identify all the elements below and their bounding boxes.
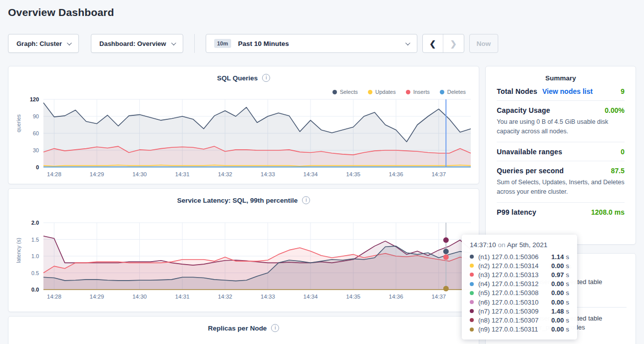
tooltip-node-value: 1.14 [551,253,564,261]
sql-queries-chart[interactable]: 030609012014:2814:2914:3014:3114:3214:33… [12,96,477,180]
svg-text:14:33: 14:33 [261,171,275,177]
legend-dot-icon [440,90,444,94]
summary-row-total-nodes: Total Nodes View nodes list 9 [497,82,625,100]
p99-latency-label: P99 latency [497,208,536,216]
legend-item-updates[interactable]: Updates [368,89,396,95]
tooltip-node-unit: s [566,326,570,333]
tooltip-node-value: 0.00 [551,326,564,333]
tooltip-node-unit: s [566,317,570,324]
node-color-dot-icon [470,309,474,313]
tooltip-node-label: (n8) 127.0.0.1:50307 [478,317,551,324]
view-nodes-list-link[interactable]: View nodes list [542,87,593,95]
chevron-down-icon [405,40,410,45]
now-button[interactable]: Now [469,34,498,53]
tooltip-node-unit: s [566,308,570,315]
time-range-label: Past 10 Minutes [238,40,405,47]
time-forward-button[interactable]: ❯ [443,34,464,52]
info-icon[interactable]: i [262,74,270,82]
svg-text:14:35: 14:35 [346,294,360,300]
svg-text:14:32: 14:32 [218,171,232,177]
tooltip-node-value: 0.97 [551,271,564,279]
legend-dot-icon [406,90,410,94]
graph-scope-label: Graph: Cluster [16,40,62,47]
tooltip-node-label: (n1) 127.0.0.1:50306 [478,253,551,261]
chevron-down-icon [67,40,72,45]
summary-title: Summary [497,74,625,82]
node-color-dot-icon [470,328,474,332]
graph-scope-dropdown[interactable]: Graph: Cluster [8,34,79,53]
unavailable-ranges-label: Unavailable ranges [497,148,562,156]
tooltip-node-unit: s [566,262,570,270]
node-color-dot-icon [470,318,474,322]
summary-row-p99: P99 latency 1208.0 ms [497,202,625,221]
qps-value: 87.5 [611,167,625,175]
tooltip-node-unit: s [566,271,570,279]
svg-text:14:34: 14:34 [304,294,318,300]
sql-queries-legend: SelectsUpdatesInsertsDeletes [332,89,466,95]
latency-chart[interactable]: 0.00.51.01.52.014:2814:2914:3014:3114:32… [12,220,477,303]
capacity-value: 0.00% [605,106,625,114]
node-color-dot-icon [470,282,474,286]
svg-text:30: 30 [33,147,39,153]
tooltip-node-value: 1.48 [551,308,564,315]
svg-text:14:33: 14:33 [261,294,275,300]
time-back-button[interactable]: ❮ [423,34,443,52]
svg-text:14:36: 14:36 [389,171,403,177]
svg-text:1.5: 1.5 [31,237,39,243]
p99-latency-value: 1208.0 ms [591,208,625,216]
sql-queries-panel: SQL Queries i SelectsUpdatesInsertsDelet… [8,66,479,184]
svg-text:14:30: 14:30 [132,171,147,177]
total-nodes-value: 9 [621,87,625,95]
legend-label: Deletes [447,89,466,95]
qps-label: Queries per second [497,167,564,175]
replicas-panel: Replicas per Node i [8,316,479,344]
tooltip-node-row: (n3) 127.0.0.1:503130.97s [470,270,569,279]
qps-desc: Sum of Selects, Updates, Inserts, and De… [497,178,625,197]
summary-row-qps: Queries per second 87.5 Sum of Selects, … [497,161,625,202]
chart-hover-tooltip: 14:37:10 on Apr 5th, 2021 (n1) 127.0.0.1… [462,235,577,340]
info-icon[interactable]: i [302,196,310,204]
capacity-label: Capacity Usage [497,106,550,114]
tooltip-node-label: (n2) 127.0.0.1:50314 [478,262,551,270]
svg-text:14:36: 14:36 [389,294,403,300]
svg-text:0.0: 0.0 [31,287,39,293]
tooltip-node-row: (n5) 127.0.0.1:503080.00s [470,289,569,298]
tooltip-node-unit: s [566,289,570,297]
svg-text:14:35: 14:35 [346,171,360,177]
svg-text:14:28: 14:28 [47,171,61,177]
tooltip-node-value: 0.00 [551,262,564,270]
legend-item-selects[interactable]: Selects [332,89,358,95]
tooltip-timestamp: 14:37:10 on Apr 5th, 2021 [470,241,569,249]
legend-item-inserts[interactable]: Inserts [406,89,430,95]
svg-text:90: 90 [33,113,39,119]
svg-text:14:30: 14:30 [132,294,147,300]
unavailable-ranges-value: 0 [621,148,625,156]
page-title: Overview Dashboard [8,6,114,18]
tooltip-node-label: (n9) 127.0.0.1:50311 [478,326,551,333]
tooltip-node-label: (n5) 127.0.0.1:50308 [478,289,551,297]
svg-text:14:37: 14:37 [431,171,446,177]
time-range-dropdown[interactable]: 10m Past 10 Minutes [206,34,417,53]
legend-label: Inserts [413,89,430,95]
tooltip-node-value: 0.00 [551,280,564,288]
replicas-title: Replicas per Node [208,325,267,332]
info-icon[interactable]: i [271,324,279,332]
tooltip-node-label: (n3) 127.0.0.1:50313 [478,271,551,279]
legend-item-deletes[interactable]: Deletes [440,89,466,95]
charts-column: SQL Queries i SelectsUpdatesInsertsDelet… [8,66,479,344]
chevron-down-icon [171,40,176,45]
dashboard-dropdown[interactable]: Dashboard: Overview [91,34,183,53]
node-color-dot-icon [470,264,474,268]
svg-text:14:37: 14:37 [431,294,446,300]
dashboard-label: Dashboard: Overview [99,40,166,47]
tooltip-node-value: 0.00 [551,317,564,324]
legend-dot-icon [332,90,337,94]
tooltip-node-value: 0.00 [551,289,564,297]
tooltip-node-row: (n4) 127.0.0.1:503120.00s [470,280,569,289]
tooltip-node-unit: s [566,253,570,261]
node-color-dot-icon [470,255,474,259]
svg-text:1.0: 1.0 [31,253,39,259]
time-step-buttons: ❮ ❯ [422,34,464,53]
legend-label: Selects [340,89,358,95]
svg-text:14:29: 14:29 [90,294,104,300]
